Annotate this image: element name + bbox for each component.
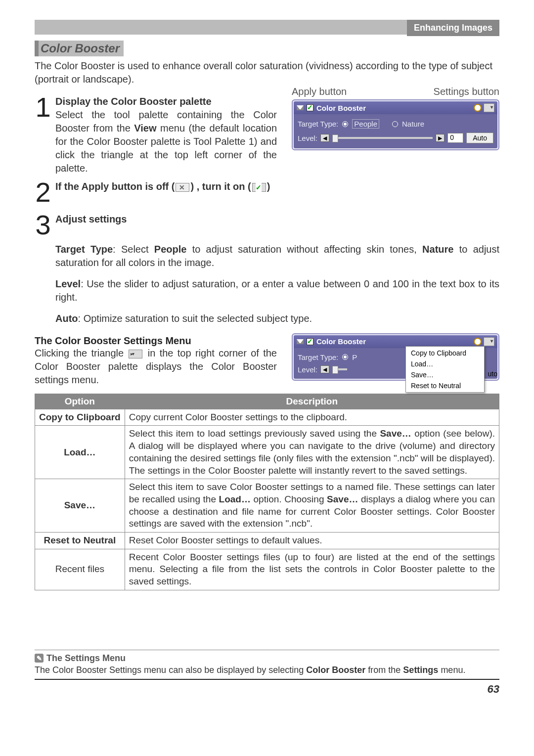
- target-type-label: Target Type:: [298, 120, 338, 128]
- section-intro: The Color Booster is used to enhance ove…: [35, 59, 499, 86]
- section-title-row: Color Booster: [35, 41, 499, 56]
- option-load-desc: Select this item to load settings previo…: [125, 426, 499, 479]
- settings-button-callout: Settings button: [434, 86, 499, 97]
- option-reset-to-neutral: Reset to Neutral: [35, 532, 125, 549]
- settings-triangle-icon: [129, 350, 142, 358]
- menu-copy-to-clipboard[interactable]: Copy to Clipboard: [406, 348, 484, 358]
- level-slider[interactable]: [332, 368, 347, 370]
- settings-context-menu: Copy to Clipboard Load… Save… Reset to N…: [405, 346, 485, 393]
- settings-menu-button[interactable]: [484, 337, 494, 346]
- reset-circle-icon[interactable]: [474, 104, 482, 112]
- options-table: Option Description Copy to Clipboard Cop…: [35, 394, 499, 590]
- option-save: Save…: [35, 479, 125, 533]
- level-value-input[interactable]: 0: [447, 133, 463, 143]
- level-label: Level:: [298, 134, 317, 142]
- option-reset-to-neutral-desc: Reset Color Booster settings to default …: [125, 532, 499, 549]
- apply-off-icon: [176, 183, 189, 192]
- collapse-triangle-icon[interactable]: [297, 339, 304, 344]
- option-copy-to-clipboard: Copy to Clipboard: [35, 409, 125, 426]
- step-3-target-type-text: Target Type: Select People to adjust sat…: [55, 243, 499, 269]
- step-3-level-text: Level: Use the slider to adjust saturati…: [55, 277, 499, 304]
- apply-on-icon: [252, 183, 266, 192]
- option-load: Load…: [35, 426, 125, 479]
- settings-menu-button[interactable]: [484, 103, 494, 112]
- settings-menu-body: Clicking the triangle in the top right c…: [35, 347, 277, 387]
- step-number-1: 1: [35, 95, 51, 120]
- level-increment-button[interactable]: ▶: [436, 134, 445, 142]
- option-copy-to-clipboard-desc: Copy current Color Booster settings to t…: [125, 409, 499, 426]
- radio-people[interactable]: [342, 121, 348, 127]
- step-3-auto-text: Auto: Optimize saturation to suit the se…: [55, 312, 499, 325]
- level-label: Level:: [298, 365, 317, 374]
- options-table-header-option: Option: [35, 394, 125, 409]
- menu-save[interactable]: Save…: [406, 369, 484, 380]
- menu-reset-to-neutral[interactable]: Reset to Neutral: [406, 380, 484, 391]
- option-save-desc: Select this item to save Color Booster s…: [125, 479, 499, 533]
- menu-load[interactable]: Load…: [406, 358, 484, 369]
- page-number: 63: [35, 683, 499, 696]
- radio-nature[interactable]: [392, 121, 398, 127]
- auto-button-truncated: uto: [488, 370, 497, 378]
- reset-circle-icon[interactable]: [474, 338, 482, 346]
- settings-menu-heading: The Color Booster Settings Menu: [35, 335, 277, 347]
- header-section-tab: Enhancing Images: [407, 20, 499, 36]
- palette-title: Color Booster: [316, 337, 366, 346]
- level-slider[interactable]: [332, 137, 433, 139]
- auto-button[interactable]: Auto: [466, 133, 493, 143]
- footnote-body: The Color Booster Settings menu can also…: [35, 665, 499, 676]
- apply-button-callout: Apply button: [292, 86, 347, 97]
- color-booster-palette: Color Booster Target Type: People Nature: [292, 99, 499, 150]
- collapse-triangle-icon[interactable]: [297, 105, 304, 110]
- apply-checkbox[interactable]: [307, 104, 313, 111]
- level-decrement-button[interactable]: ◀: [320, 365, 329, 373]
- radio-people-label[interactable]: People: [352, 119, 379, 129]
- options-table-header-description: Description: [125, 394, 499, 409]
- footnote-heading: The Settings Menu: [46, 653, 126, 664]
- section-title: Color Booster: [41, 42, 120, 55]
- palette-title: Color Booster: [316, 104, 366, 112]
- radio-people-label-trunc[interactable]: P: [352, 353, 357, 361]
- note-icon: ✎: [35, 654, 44, 663]
- option-recent-files: Recent files: [35, 549, 125, 590]
- step-1-description: Select the tool palette containing the C…: [55, 108, 277, 175]
- step-3-heading: Adjust settings: [55, 213, 499, 226]
- step-number-3: 3: [35, 213, 51, 237]
- option-recent-files-desc: Recent Color Booster settings files (up …: [125, 549, 499, 590]
- step-number-2: 2: [35, 180, 51, 205]
- step-2-heading: If the Apply button is off () , turn it …: [55, 181, 270, 192]
- level-decrement-button[interactable]: ◀: [320, 134, 329, 142]
- apply-checkbox[interactable]: [307, 338, 313, 345]
- radio-people[interactable]: [342, 354, 348, 360]
- radio-nature-label[interactable]: Nature: [402, 120, 424, 128]
- step-1-heading: Display the Color Booster palette: [55, 95, 277, 108]
- target-type-label: Target Type:: [298, 353, 338, 361]
- header-bar: Enhancing Images: [35, 20, 499, 35]
